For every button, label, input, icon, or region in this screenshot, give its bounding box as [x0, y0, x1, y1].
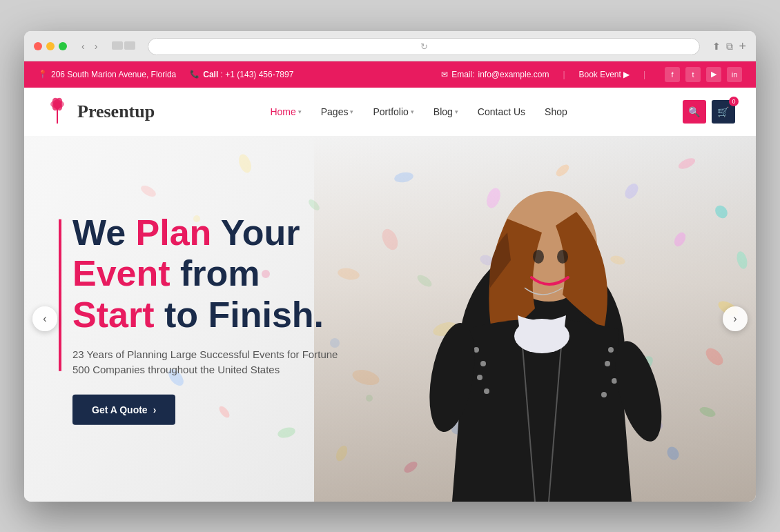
top-bar-left: 📍 206 South Marion Avenue, Florida 📞 Cal… [38, 70, 441, 79]
logo-flower-icon [45, 96, 70, 125]
search-button[interactable]: 🔍 [683, 100, 706, 124]
woman-silhouette [314, 136, 756, 502]
youtube-icon[interactable]: ▶ [706, 67, 721, 82]
search-icon: 🔍 [688, 106, 700, 117]
minimize-button[interactable] [46, 42, 55, 50]
hero-title: We Plan Your Event from Start to Finish. [59, 212, 349, 335]
hero-title-line1: We Plan Your [72, 212, 349, 253]
cta-arrow-icon: › [153, 404, 157, 415]
window-controls [34, 42, 67, 50]
hero-content: We Plan Your Event from Start to Finish.… [59, 212, 349, 424]
top-bar-right: ✉ Email: info@example.com | Book Event ▶… [441, 67, 742, 82]
back-button[interactable]: ‹ [78, 39, 88, 53]
svg-point-55 [608, 347, 614, 353]
get-quote-button[interactable]: Get A Quote › [72, 395, 175, 425]
svg-point-53 [480, 361, 486, 366]
title-start: Start [72, 295, 154, 335]
new-tab-button[interactable]: ⧉ [726, 39, 733, 54]
nav-pages-chevron: ▾ [350, 108, 353, 115]
share-button[interactable]: ⬆ [712, 39, 721, 54]
top-bar: 📍 206 South Marion Avenue, Florida 📞 Cal… [24, 61, 756, 88]
logo: Presentup [45, 96, 155, 128]
hero-title-line2: Event from [72, 253, 349, 295]
address-bar[interactable]: ↻ [148, 38, 700, 55]
title-we: We [72, 212, 136, 252]
title-to-finish: to Finish. [154, 295, 324, 335]
email-address: info@example.com [478, 70, 549, 79]
browser-chrome: ‹ › ↻ ⬆ ⧉ + [24, 31, 756, 61]
browser-window: ‹ › ↻ ⬆ ⧉ + 📍 206 South Marion Avenue, F… [24, 31, 756, 502]
cta-label: Get A Quote [92, 404, 148, 415]
nav-home-chevron: ▾ [298, 108, 302, 115]
close-button[interactable] [34, 42, 42, 50]
hero-accent-bar [59, 219, 61, 371]
svg-point-54 [477, 375, 482, 380]
book-event-button[interactable]: Book Event ▶ [579, 70, 630, 79]
facebook-icon[interactable]: f [665, 67, 680, 82]
hero-section: We Plan Your Event from Start to Finish.… [24, 136, 756, 502]
svg-point-59 [601, 392, 607, 397]
twitter-icon[interactable]: t [685, 67, 701, 82]
nav-contact[interactable]: Contact Us [478, 106, 525, 117]
svg-point-57 [612, 378, 617, 384]
address-item: 📍 206 South Marion Avenue, Florida [38, 70, 176, 79]
logo-text: Presentup [77, 101, 155, 122]
nav-portfolio[interactable]: Portfolio ▾ [373, 106, 413, 117]
email-label: Email: [451, 70, 474, 79]
nav-blog[interactable]: Blog ▾ [433, 106, 458, 117]
nav-home[interactable]: Home ▾ [270, 106, 301, 117]
address-text: 206 South Marion Avenue, Florida [51, 70, 176, 79]
maximize-button[interactable] [59, 42, 67, 50]
title-from: from [170, 253, 260, 293]
nav-pages[interactable]: Pages ▾ [321, 106, 354, 117]
next-arrow-icon: › [733, 313, 737, 325]
hero-subtitle: 23 Years of Planning Large Successful Ev… [59, 347, 349, 378]
linkedin-icon[interactable]: in [727, 67, 742, 82]
browser-nav: ‹ › [78, 39, 101, 53]
plus-button[interactable]: + [739, 39, 746, 54]
title-plan: Plan [136, 212, 212, 252]
cart-icon: 🛒 [717, 106, 729, 117]
logo-inner: Presentup [45, 96, 155, 128]
svg-point-58 [484, 388, 489, 394]
forward-button[interactable]: › [91, 39, 101, 53]
svg-point-51 [557, 250, 568, 264]
call-label: Call : +1 (143) 456-7897 [203, 70, 293, 79]
title-event: Event [72, 253, 170, 293]
slider-prev-button[interactable]: ‹ [32, 306, 57, 331]
separator2: | [643, 70, 645, 79]
phone-item: 📞 Call : +1 (143) 456-7897 [190, 70, 293, 79]
browser-actions: ⬆ ⧉ + [712, 39, 746, 54]
svg-point-50 [533, 250, 544, 264]
slider-next-button[interactable]: › [723, 306, 748, 331]
email-item: ✉ Email: info@example.com [441, 70, 549, 79]
hero-title-line3: Start to Finish. [72, 295, 349, 336]
browser-tab-icon [112, 40, 135, 52]
nav-portfolio-chevron: ▾ [411, 108, 414, 115]
social-icons: f t ▶ in [665, 67, 742, 82]
prev-arrow-icon: ‹ [43, 313, 46, 325]
site-header: Presentup Home ▾ Pages ▾ Portfolio ▾ Blo… [24, 88, 756, 136]
nav-actions: 🔍 🛒 0 [683, 100, 735, 124]
book-event-arrow: ▶ [623, 70, 630, 79]
location-icon: 📍 [38, 70, 48, 79]
svg-point-56 [605, 361, 610, 366]
hero-cta-wrapper: Get A Quote › [59, 395, 349, 425]
logo-icon-wrapper [45, 96, 70, 128]
hero-woman-image [314, 136, 756, 502]
nav-shop[interactable]: Shop [545, 106, 567, 117]
cart-badge: 0 [729, 97, 739, 106]
phone-icon: 📞 [190, 70, 199, 79]
nav-blog-chevron: ▾ [455, 108, 458, 115]
email-icon: ✉ [441, 70, 448, 79]
cart-button[interactable]: 🛒 0 [712, 100, 735, 124]
svg-point-3 [54, 102, 61, 109]
main-nav: Home ▾ Pages ▾ Portfolio ▾ Blog ▾ Contac… [270, 106, 567, 117]
title-your: Your [211, 212, 300, 252]
separator: | [563, 70, 565, 79]
